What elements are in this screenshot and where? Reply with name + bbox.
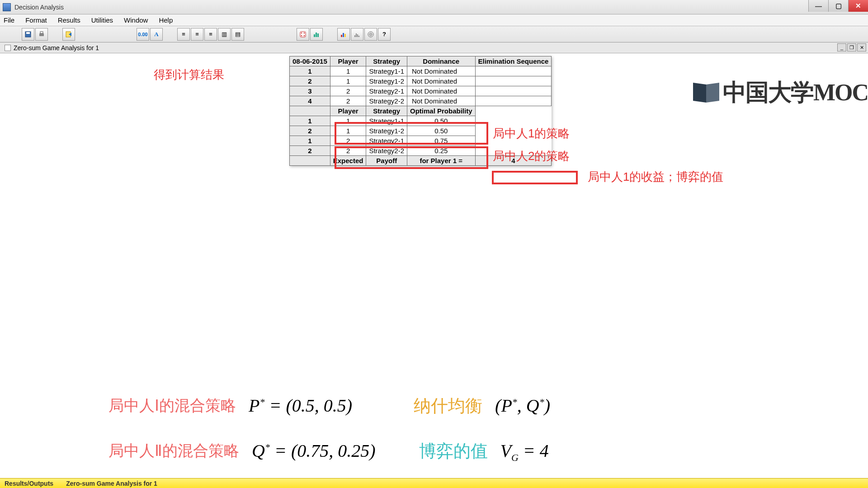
- svg-rect-13: [341, 35, 342, 37]
- bar-chart-icon[interactable]: [337, 28, 350, 41]
- watermark: 中国大学MOC: [693, 77, 868, 108]
- window-controls: — ▢ ✕: [808, 0, 868, 12]
- svg-point-8: [301, 35, 302, 36]
- col-strategy-2: Strategy: [366, 106, 407, 116]
- close-button[interactable]: ✕: [848, 0, 868, 12]
- formula-p2-math: Q* = (0.75, 0.25): [252, 433, 376, 469]
- cell-payoff: Payoff: [366, 156, 407, 166]
- col-dominance: Dominance: [407, 56, 475, 66]
- number-format-button[interactable]: 0.00: [137, 28, 149, 41]
- app-icon: [3, 3, 11, 11]
- svg-rect-2: [39, 33, 44, 36]
- print-button[interactable]: [35, 28, 48, 41]
- annotation-result-title: 得到计算结果: [154, 67, 224, 83]
- annotation-p2-strategy: 局中人2的策略: [493, 148, 570, 164]
- child-minimize-button[interactable]: _: [837, 43, 846, 52]
- formula-value-label: 博弈的值: [419, 434, 488, 468]
- svg-rect-15: [344, 34, 346, 37]
- table-row: 11Strategy1-1Not Dominated: [290, 66, 552, 76]
- table-row: 11Strategy1-10.50: [290, 116, 552, 126]
- svg-rect-3: [40, 32, 43, 33]
- svg-rect-11: [316, 33, 317, 37]
- col-player-2: Player: [330, 106, 366, 116]
- menu-results[interactable]: Results: [58, 16, 80, 24]
- menu-window[interactable]: Window: [124, 16, 148, 24]
- svg-rect-17: [356, 33, 357, 37]
- menu-file[interactable]: File: [4, 16, 14, 24]
- highlight-box-payoff: [492, 171, 578, 184]
- dice-icon[interactable]: [297, 28, 309, 41]
- minimize-button[interactable]: —: [808, 0, 828, 12]
- align-center-button[interactable]: ≡: [191, 28, 203, 41]
- status-left: Results/Outputs: [0, 480, 58, 487]
- col-optprob: Optimal Probability: [407, 106, 475, 116]
- svg-rect-18: [357, 34, 358, 37]
- title-bar: Decision Analysis — ▢ ✕: [0, 0, 868, 14]
- menu-help[interactable]: Help: [159, 16, 173, 24]
- help-button[interactable]: ?: [378, 28, 391, 41]
- target-icon[interactable]: [364, 28, 377, 41]
- exit-button[interactable]: [62, 28, 75, 41]
- status-right: Zero-sum Game Analysis for 1: [58, 480, 165, 487]
- histogram-icon[interactable]: [351, 28, 363, 41]
- svg-rect-12: [317, 33, 319, 37]
- book-icon: [693, 84, 719, 102]
- svg-point-7: [304, 32, 305, 33]
- annotation-p1-strategy: 局中人1的策略: [493, 126, 570, 141]
- formula-value-math: VG = 4: [500, 433, 549, 469]
- col-player: Player: [330, 56, 366, 66]
- formula-nash-label: 纳什均衡: [414, 389, 482, 423]
- formula-nash-math: (P*, Q*): [495, 388, 550, 424]
- svg-rect-5: [300, 32, 306, 37]
- document-title: Zero-sum Game Analysis for 1: [14, 44, 99, 52]
- svg-rect-14: [343, 33, 344, 37]
- svg-point-22: [370, 34, 371, 35]
- table-row: 21Strategy1-2Not Dominated: [290, 76, 552, 86]
- formula-p1-math: P* = (0.5, 0.5): [249, 388, 352, 424]
- align-right-button[interactable]: ≡: [204, 28, 217, 41]
- document-bar: Zero-sum Game Analysis for 1 _ ❐ ✕: [0, 42, 868, 53]
- workspace: 08-06-2015 Player Strategy Dominance Eli…: [0, 53, 868, 488]
- table-row: 32Strategy2-1Not Dominated: [290, 86, 552, 96]
- menu-bar: File Format Results Utilities Window Hel…: [0, 14, 868, 26]
- annotation-p1-payoff: 局中人1的收益；博弈的值: [588, 169, 723, 185]
- cell-forplayer: for Player 1 =: [407, 156, 475, 166]
- cell-expected: Expected: [330, 156, 366, 166]
- svg-rect-19: [359, 36, 359, 37]
- svg-point-9: [304, 35, 305, 36]
- columns-button[interactable]: ▥: [218, 28, 231, 41]
- formula-p1-label: 局中人Ⅰ的混合策略: [108, 390, 236, 421]
- save-button[interactable]: [22, 28, 34, 41]
- window-title: Decision Analysis: [14, 4, 64, 11]
- toolbar: 0.00 A ≡ ≡ ≡ ▥ ▤ ?: [0, 26, 868, 42]
- svg-rect-10: [314, 34, 315, 37]
- formula-p2-label: 局中人Ⅱ的混合策略: [108, 436, 239, 466]
- cell-date: 08-06-2015: [290, 56, 330, 66]
- font-button[interactable]: A: [150, 28, 163, 41]
- svg-rect-1: [26, 32, 30, 34]
- table-row: 42Strategy2-2Not Dominated: [290, 96, 552, 106]
- menu-format[interactable]: Format: [25, 16, 47, 24]
- col-strategy: Strategy: [366, 56, 407, 66]
- status-bar: Results/Outputs Zero-sum Game Analysis f…: [0, 478, 868, 488]
- document-icon: [5, 45, 11, 51]
- maximize-button[interactable]: ▢: [828, 0, 848, 12]
- bar-chart-green-icon[interactable]: [310, 28, 323, 41]
- col-elimination: Elimination Sequence: [475, 56, 552, 66]
- svg-rect-16: [354, 35, 355, 37]
- menu-utilities[interactable]: Utilities: [91, 16, 113, 24]
- child-close-button[interactable]: ✕: [857, 43, 866, 52]
- child-restore-button[interactable]: ❐: [847, 43, 856, 52]
- formulas-block: 局中人Ⅰ的混合策略 P* = (0.5, 0.5) 纳什均衡 (P*, Q*) …: [108, 388, 550, 469]
- align-left-button[interactable]: ≡: [177, 28, 190, 41]
- rows-button[interactable]: ▤: [231, 28, 244, 41]
- svg-point-6: [301, 32, 302, 33]
